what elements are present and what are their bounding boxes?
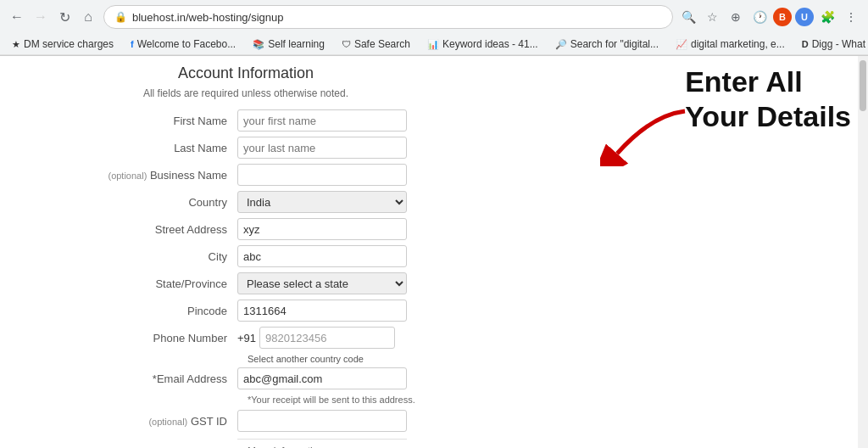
street-address-input[interactable] (237, 218, 407, 240)
pincode-label: Pincode (68, 305, 237, 317)
bookmark-dm-service[interactable]: ★ DM service charges (7, 36, 119, 52)
bookmark-label-3: Self learning (268, 38, 325, 50)
gst-optional: (optional) (148, 417, 187, 427)
first-name-input[interactable] (237, 109, 407, 132)
street-address-label: Street Address (68, 223, 237, 236)
search-icon-btn[interactable]: 🔍 (678, 7, 698, 27)
address-bar[interactable]: 🔒 bluehost.in/web-hosting/signup (103, 5, 673, 29)
arrow-enter-details (600, 107, 693, 169)
nav-buttons: ← → ↻ ⌂ (7, 7, 98, 27)
account-section-note: All fields are required unless otherwise… (68, 87, 424, 99)
bookmark-icon-1: ★ (12, 39, 20, 50)
bookmark-icon-3: 📚 (253, 39, 264, 50)
first-name-label: First Name (68, 115, 237, 127)
bookmark-star-btn[interactable]: ☆ (702, 7, 722, 27)
overlay-title-line1: Enter All (685, 64, 851, 99)
state-label: State/Province (68, 277, 237, 290)
bookmark-label-2: Welcome to Facebo... (137, 38, 236, 50)
gst-input[interactable] (237, 410, 407, 432)
page-content: Account Information All fields are requi… (0, 56, 868, 448)
bookmark-icon-4: 🛡 (342, 39, 351, 49)
gst-row: (optional) GST ID (68, 410, 424, 432)
phone-row: Phone Number +91 (68, 327, 424, 349)
bookmark-search-digital[interactable]: 🔎 Search for "digital... (550, 36, 664, 52)
state-select[interactable]: Please select a state (237, 272, 407, 294)
bookmark-digital-marketing[interactable]: 📈 digital marketing, e... (670, 36, 790, 52)
bookmark-label-1: DM service charges (24, 38, 114, 50)
first-name-row: First Name (68, 109, 424, 132)
business-name-text: Business Name (150, 169, 227, 182)
scrollbar[interactable] (858, 56, 868, 448)
extensions-btn[interactable]: 🧩 (817, 7, 837, 27)
phone-prefix: +91 (237, 332, 256, 344)
bookmark-label-6: Search for "digital... (570, 38, 659, 50)
business-name-row: (optional) Business Name (68, 164, 424, 186)
bookmark-self-learning[interactable]: 📚 Self learning (248, 36, 330, 52)
section-divider (237, 439, 407, 440)
phone-label: Phone Number (68, 332, 237, 344)
business-name-input[interactable] (237, 164, 407, 186)
email-input[interactable] (237, 367, 407, 389)
country-code-link[interactable]: Select another country code (237, 354, 424, 364)
back-button[interactable]: ← (7, 7, 27, 27)
country-row: Country India United States United Kingd… (68, 191, 424, 213)
page-inner: Account Information All fields are requi… (0, 56, 449, 448)
profile-icon-1: B (773, 8, 792, 26)
bookmark-label-8: Digg - What the Int... (812, 38, 868, 50)
email-row: *Email Address (68, 367, 424, 389)
country-select[interactable]: India United States United Kingdom (237, 191, 407, 213)
country-label: Country (68, 196, 237, 209)
overlay-title-line2: Your Details (685, 99, 851, 134)
home-button[interactable]: ⌂ (78, 7, 98, 27)
overlay-enter-details: Enter All Your Details (685, 64, 851, 134)
pincode-input[interactable] (237, 300, 407, 322)
forward-button[interactable]: → (31, 7, 51, 27)
bookmark-safe-search[interactable]: 🛡 Safe Search (337, 36, 415, 52)
account-section-title: Account Information (68, 64, 424, 82)
history-btn[interactable]: 🕐 (749, 7, 770, 27)
reload-button[interactable]: ↻ (54, 7, 75, 27)
bookmark-label-5: Keyword ideas - 41... (442, 38, 538, 50)
bookmark-label-7: digital marketing, e... (691, 38, 785, 50)
scrollbar-thumb[interactable] (860, 60, 866, 111)
city-input[interactable] (237, 245, 407, 267)
profile-icon-2: U (795, 8, 814, 26)
bookmark-icon-7: 📈 (676, 39, 687, 50)
url-text: bluehost.in/web-hosting/signup (132, 11, 662, 24)
bookmark-facebook[interactable]: f Welcome to Facebo... (125, 36, 241, 52)
email-label: *Email Address (68, 372, 237, 385)
phone-input[interactable] (259, 327, 395, 349)
bookmark-icon-5: 📊 (427, 39, 439, 50)
bookmark-digg[interactable]: D Digg - What the Int... (797, 36, 868, 52)
browser-chrome: ← → ↻ ⌂ 🔒 bluehost.in/web-hosting/signup… (0, 0, 868, 56)
phone-input-group: +91 (237, 327, 395, 349)
gst-label: (optional) GST ID (68, 415, 237, 428)
city-row: City (68, 245, 424, 267)
toolbar-icons: 🔍 ☆ ⊕ 🕐 B U 🧩 ⋮ (678, 7, 861, 27)
street-address-row: Street Address (68, 218, 424, 240)
bookmark-icon-6: 🔎 (555, 39, 567, 50)
business-name-optional: (optional) (108, 171, 147, 181)
last-name-label: Last Name (68, 142, 237, 154)
business-name-label: (optional) Business Name (68, 169, 237, 182)
gst-label-text: GST ID (191, 415, 227, 428)
bookmark-label-4: Safe Search (354, 38, 410, 50)
bookmark-icon-2: f (131, 39, 134, 49)
bookmark-keyword-ideas[interactable]: 📊 Keyword ideas - 41... (422, 36, 543, 52)
bookmarks-bar: ★ DM service charges f Welcome to Facebo… (0, 34, 868, 55)
bookmark-add-btn[interactable]: ⊕ (726, 7, 746, 27)
email-note: *Your receipt will be sent to this addre… (237, 395, 424, 405)
state-row: State/Province Please select a state (68, 272, 424, 294)
browser-toolbar: ← → ↻ ⌂ 🔒 bluehost.in/web-hosting/signup… (0, 0, 868, 34)
pincode-row: Pincode (68, 300, 424, 322)
bookmark-icon-8: D (802, 39, 809, 49)
lock-icon: 🔒 (114, 11, 127, 23)
city-label: City (68, 250, 237, 263)
menu-btn[interactable]: ⋮ (841, 7, 861, 27)
last-name-row: Last Name (68, 137, 424, 159)
last-name-input[interactable] (237, 137, 407, 159)
